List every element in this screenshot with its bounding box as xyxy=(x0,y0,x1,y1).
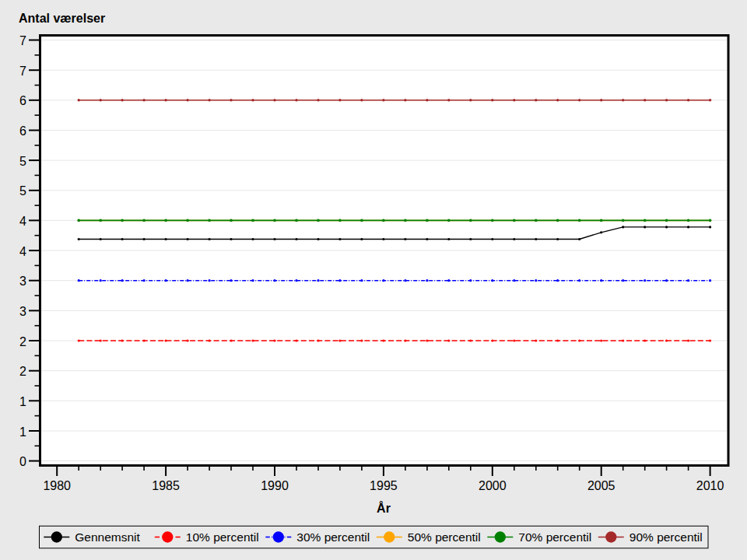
svg-text:2: 2 xyxy=(19,335,26,348)
svg-text:4: 4 xyxy=(19,245,26,258)
svg-text:2: 2 xyxy=(19,365,26,378)
svg-text:3: 3 xyxy=(19,305,26,318)
svg-text:0: 0 xyxy=(19,455,26,468)
svg-text:5: 5 xyxy=(19,155,26,168)
svg-text:6: 6 xyxy=(19,124,26,138)
svg-text:1980: 1980 xyxy=(43,479,71,492)
svg-text:7: 7 xyxy=(19,65,26,78)
svg-text:6: 6 xyxy=(19,94,26,107)
svg-text:1: 1 xyxy=(19,395,26,408)
svg-text:90% percentil: 90% percentil xyxy=(630,530,703,544)
svg-text:1990: 1990 xyxy=(261,479,289,492)
svg-text:30% percentil: 30% percentil xyxy=(296,530,370,544)
svg-text:Antal værelser: Antal værelser xyxy=(19,12,105,25)
svg-text:2000: 2000 xyxy=(479,479,507,492)
svg-text:7: 7 xyxy=(19,34,26,47)
svg-text:50% percentil: 50% percentil xyxy=(408,530,481,544)
svg-text:70% percentil: 70% percentil xyxy=(518,530,591,544)
svg-text:År: År xyxy=(377,501,391,515)
svg-text:2010: 2010 xyxy=(696,479,724,492)
svg-text:5: 5 xyxy=(19,184,26,198)
svg-text:1: 1 xyxy=(19,425,26,439)
svg-text:Gennemsnit: Gennemsnit xyxy=(75,530,140,544)
svg-text:1985: 1985 xyxy=(152,479,180,492)
svg-text:3: 3 xyxy=(19,275,26,288)
svg-text:4: 4 xyxy=(19,215,26,228)
svg-text:10% percentil: 10% percentil xyxy=(186,530,259,544)
svg-text:2005: 2005 xyxy=(587,479,615,492)
svg-text:1995: 1995 xyxy=(370,479,398,492)
